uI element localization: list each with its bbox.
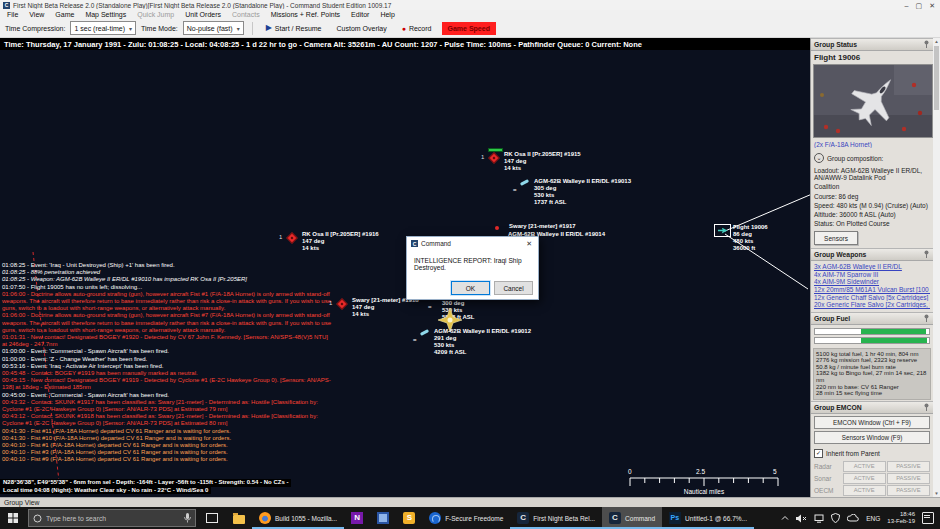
scale-caption: Nautical miles [684, 488, 725, 495]
unit-label: Flight 19006 [733, 224, 768, 231]
taskbar-app-blue-app[interactable] [370, 507, 396, 529]
log-entry: 01:06:00 - Doctrine allows auto-ground s… [2, 312, 334, 334]
weapon-link[interactable]: 20x Generic Flare Salvo [2x Cartridges, … [814, 301, 930, 309]
menu-item[interactable]: Game [55, 11, 74, 18]
unit-data-line: 36000 ft [733, 245, 768, 252]
minimize-button[interactable]: – [905, 2, 909, 9]
taskbar-app-photoshop[interactable]: Untitled-1 @ 66.7%... [662, 507, 754, 529]
menu-item[interactable]: Contacts [232, 11, 260, 18]
scroll-down-icon[interactable]: ▼ [933, 491, 940, 496]
shield-icon[interactable] [831, 513, 840, 523]
action-center-icon[interactable] [922, 512, 934, 524]
taskbar-app-onenote[interactable] [344, 507, 370, 529]
emcon-window-button[interactable]: EMCON Window (Ctrl + F9) [814, 416, 930, 429]
taskbar-search-input[interactable]: Type here to search [28, 509, 196, 527]
scroll-up-icon[interactable]: ▲ [933, 39, 940, 44]
custom-overlay-button[interactable]: Custom Overlay [332, 23, 392, 34]
emcon-active-button[interactable]: ACTIVE [843, 473, 886, 484]
ok-button[interactable]: OK [451, 281, 490, 295]
unit-label: AGM-62B Walleye II ER/DL #19013 [534, 178, 631, 185]
clock[interactable]: 18:46 13-Feb-19 [887, 511, 915, 525]
hostile-contact-icon[interactable] [495, 226, 499, 230]
onenote-icon [351, 512, 363, 524]
sensors-button[interactable]: Sensors [814, 231, 858, 245]
log-entry: 01:00:00 - Event: 'Z - Change Weather' h… [2, 356, 334, 363]
play-icon: ▶ [266, 24, 272, 32]
cortana-circle-icon [33, 514, 42, 523]
group-fuel-header[interactable]: Group Fuel [811, 312, 933, 325]
unit-data-line: 300 deg [442, 300, 539, 307]
weapon-link[interactable]: 4x AIM-7M Sparrow III [814, 271, 930, 279]
cancel-button[interactable]: Cancel [494, 281, 533, 295]
time-compression-select[interactable]: 1 sec (real-time)▾ [70, 21, 136, 35]
menu-item[interactable]: Editor [351, 11, 369, 18]
taskbar-app-f-secure[interactable]: F-Secure Freedome [422, 507, 510, 529]
group-status-header[interactable]: Group Status [811, 38, 933, 51]
group-emcon-header[interactable]: Group EMCON [811, 401, 933, 414]
emcon-passive-button[interactable]: PASSIVE [887, 485, 930, 496]
network-icon[interactable] [814, 514, 824, 523]
emcon-row-label: Sonar [814, 475, 842, 482]
emcon-active-button[interactable]: ACTIVE [843, 461, 886, 472]
pin-icon[interactable] [923, 40, 930, 49]
menu-item[interactable]: File [7, 11, 18, 18]
menu-item[interactable]: Map Settings [85, 11, 126, 18]
close-button[interactable]: ✕ [929, 2, 935, 9]
taskbar-app-file-explorer[interactable] [226, 507, 252, 529]
unit-type-link[interactable]: (2x F/A-18A Hornet) [814, 141, 930, 148]
pin-icon[interactable] [923, 250, 930, 259]
weapon-link[interactable]: 3x AGM-62B Walleye II ER/DL [814, 263, 930, 271]
taskbar-app-firefox[interactable]: Build 1055 - Mozilla... [252, 507, 344, 529]
taskbar-app-snagit[interactable] [396, 507, 422, 529]
language-indicator[interactable]: ENG [866, 515, 880, 522]
game-speed-indicator[interactable]: Game Speed [442, 22, 496, 35]
checkbox-checked-icon[interactable]: ✓ [814, 449, 823, 458]
menu-item[interactable]: View [29, 11, 44, 18]
dialog-close-icon[interactable]: ✕ [524, 240, 534, 248]
menu-item[interactable]: Help [380, 11, 394, 18]
weapon-link[interactable]: 12x Generic Chaff Salvo [5x Cartridges] [814, 294, 930, 302]
cloud-icon[interactable] [847, 514, 859, 522]
log-entry: 00:45:48 - Contact: BOGEY #1919 has been… [2, 370, 334, 377]
unit-label: Swary [21-meter] #1917 [509, 223, 576, 230]
time-mode-select[interactable]: No-pulse (fast)▾ [183, 21, 244, 35]
weapon-link[interactable]: 12x 20mm/85 M61A1 Vulcan Burst [100 rnds… [814, 286, 930, 294]
sensors-window-button[interactable]: Sensors Window (F9) [814, 431, 930, 444]
menu-item[interactable]: Quick Jump [137, 11, 174, 18]
taskbar-app-task-view[interactable] [198, 507, 226, 529]
volume-muted-icon[interactable] [796, 514, 807, 523]
record-button[interactable]: ● Record [397, 23, 437, 34]
altitude-text: Altitude: 36000 ft ASL (Auto) [811, 211, 933, 218]
fuel-bar [814, 328, 930, 335]
cursor-readout-line2: Local time 04:08 (Night): Weather Clear … [0, 487, 211, 495]
menu-item[interactable]: Unit Orders [185, 11, 221, 18]
pin-icon[interactable] [923, 403, 930, 412]
emcon-passive-button[interactable]: PASSIVE [887, 461, 930, 472]
health-bar [488, 148, 503, 152]
tray-chevron-up-icon[interactable] [781, 515, 789, 521]
inherit-from-parent-row[interactable]: ✓ Inherit from Parent [811, 446, 933, 460]
maximize-button[interactable]: ▢ [916, 2, 923, 9]
unit-data-line: 147 deg [504, 158, 581, 165]
emcon-passive-button[interactable]: PASSIVE [887, 473, 930, 484]
start-resume-button[interactable]: ▶ Start / Resume [261, 22, 327, 34]
start-button[interactable] [0, 507, 26, 529]
menu-item[interactable]: Missions + Ref. Points [271, 11, 340, 18]
dialog-titlebar[interactable]: C Command ✕ [407, 237, 538, 250]
map-view[interactable]: 01:08:25 - Event: 'Iraq - Unit Destroyed… [0, 50, 810, 497]
menu-bar: FileViewGameMap SettingsQuick JumpUnit O… [0, 10, 940, 19]
group-weapons-header[interactable]: Group Weapons [811, 248, 933, 261]
scrollbar-thumb[interactable] [934, 46, 939, 110]
weapon-link[interactable]: 4x AIM-9M Sidewinder [814, 278, 930, 286]
taskbar-app-command[interactable]: Command [602, 507, 662, 529]
cursor-readout-line1: N28°36'38", E49°55'38" - 6nm from sel - … [0, 479, 291, 487]
pin-icon[interactable] [923, 314, 930, 323]
taskbar-app-command[interactable]: First Night Beta Rel... [510, 507, 602, 529]
selected-unit-box[interactable] [714, 224, 731, 237]
emcon-active-button[interactable]: ACTIVE [843, 485, 886, 496]
sidebar-scrollbar[interactable]: ▲ ▼ [933, 38, 940, 497]
unit-data-line: 4209 ft ASL [434, 349, 531, 356]
taskbar-app-label: Untitled-1 @ 66.7%... [685, 515, 747, 522]
group-composition-toggle[interactable]: ⌄ Group composition: [811, 150, 933, 165]
unit-data-line: 86 deg [733, 231, 768, 238]
